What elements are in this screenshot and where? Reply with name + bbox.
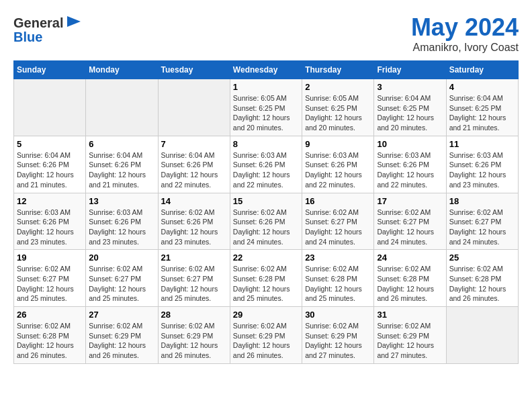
calendar-cell: 17Sunrise: 6:02 AMSunset: 6:27 PMDayligh… [374,193,446,250]
header-row: SundayMondayTuesdayWednesdayThursdayFrid… [14,61,519,79]
calendar-header: SundayMondayTuesdayWednesdayThursdayFrid… [14,61,519,79]
week-row-5: 26Sunrise: 6:02 AMSunset: 6:28 PMDayligh… [14,307,519,364]
day-number: 1 [233,82,299,92]
week-row-4: 19Sunrise: 6:02 AMSunset: 6:27 PMDayligh… [14,250,519,307]
calendar-cell: 19Sunrise: 6:02 AMSunset: 6:27 PMDayligh… [14,250,86,307]
day-info: Sunrise: 6:02 AMSunset: 6:28 PMDaylight:… [305,264,371,304]
header: General Blue May 2024 Amanikro, Ivory Co… [13,13,519,54]
day-info: Sunrise: 6:03 AMSunset: 6:26 PMDaylight:… [449,150,515,190]
logo-flag-icon [64,13,83,32]
calendar-cell: 23Sunrise: 6:02 AMSunset: 6:28 PMDayligh… [302,250,374,307]
day-number: 11 [449,139,515,149]
day-number: 21 [161,253,227,263]
day-info: Sunrise: 6:02 AMSunset: 6:27 PMDaylight:… [89,264,154,304]
calendar-cell: 26Sunrise: 6:02 AMSunset: 6:28 PMDayligh… [14,307,86,364]
day-header-thursday: Thursday [302,61,374,79]
calendar-cell: 31Sunrise: 6:02 AMSunset: 6:29 PMDayligh… [374,307,446,364]
day-info: Sunrise: 6:02 AMSunset: 6:26 PMDaylight:… [161,208,227,247]
subtitle: Amanikro, Ivory Coast [411,42,519,54]
day-info: Sunrise: 6:02 AMSunset: 6:27 PMDaylight:… [377,208,443,247]
calendar-cell: 9Sunrise: 6:03 AMSunset: 6:26 PMDaylight… [302,136,374,193]
day-info: Sunrise: 6:04 AMSunset: 6:26 PMDaylight:… [161,150,227,190]
day-number: 18 [449,196,515,206]
calendar-cell: 27Sunrise: 6:02 AMSunset: 6:29 PMDayligh… [86,307,158,364]
calendar-cell: 15Sunrise: 6:02 AMSunset: 6:26 PMDayligh… [230,193,302,250]
calendar-body: 1Sunrise: 6:05 AMSunset: 6:25 PMDaylight… [14,79,519,364]
day-info: Sunrise: 6:04 AMSunset: 6:25 PMDaylight:… [377,93,443,133]
day-info: Sunrise: 6:02 AMSunset: 6:28 PMDaylight:… [233,264,299,304]
calendar-table: SundayMondayTuesdayWednesdayThursdayFrid… [13,60,519,364]
week-row-1: 1Sunrise: 6:05 AMSunset: 6:25 PMDaylight… [14,79,519,136]
calendar-cell: 8Sunrise: 6:03 AMSunset: 6:26 PMDaylight… [230,136,302,193]
calendar-cell: 18Sunrise: 6:02 AMSunset: 6:27 PMDayligh… [446,193,518,250]
day-header-wednesday: Wednesday [230,61,302,79]
day-info: Sunrise: 6:03 AMSunset: 6:26 PMDaylight:… [233,150,299,190]
calendar-cell: 29Sunrise: 6:02 AMSunset: 6:29 PMDayligh… [230,307,302,364]
calendar-cell: 14Sunrise: 6:02 AMSunset: 6:26 PMDayligh… [158,193,230,250]
day-info: Sunrise: 6:04 AMSunset: 6:26 PMDaylight:… [89,150,154,190]
day-number: 10 [377,139,443,149]
day-number: 3 [377,82,443,92]
day-info: Sunrise: 6:03 AMSunset: 6:26 PMDaylight:… [377,150,443,190]
day-header-tuesday: Tuesday [158,61,230,79]
day-number: 28 [161,310,227,320]
day-number: 7 [161,139,227,149]
day-info: Sunrise: 6:02 AMSunset: 6:28 PMDaylight:… [17,321,83,361]
day-info: Sunrise: 6:02 AMSunset: 6:26 PMDaylight:… [233,208,299,247]
svg-marker-0 [67,16,81,27]
calendar-cell: 5Sunrise: 6:04 AMSunset: 6:26 PMDaylight… [14,136,86,193]
title-area: May 2024 Amanikro, Ivory Coast [411,13,519,54]
day-header-friday: Friday [374,61,446,79]
day-info: Sunrise: 6:02 AMSunset: 6:27 PMDaylight:… [17,264,83,304]
calendar-cell: 22Sunrise: 6:02 AMSunset: 6:28 PMDayligh… [230,250,302,307]
calendar-cell: 4Sunrise: 6:04 AMSunset: 6:25 PMDaylight… [446,79,518,136]
day-number: 26 [17,310,83,320]
calendar-cell [14,79,86,136]
day-info: Sunrise: 6:02 AMSunset: 6:28 PMDaylight:… [449,264,515,304]
day-info: Sunrise: 6:03 AMSunset: 6:26 PMDaylight:… [89,208,154,247]
day-number: 9 [305,139,371,149]
day-header-sunday: Sunday [14,61,86,79]
day-number: 24 [377,253,443,263]
day-number: 12 [17,196,83,206]
day-number: 25 [449,253,515,263]
day-info: Sunrise: 6:02 AMSunset: 6:27 PMDaylight:… [305,208,371,247]
week-row-3: 12Sunrise: 6:03 AMSunset: 6:26 PMDayligh… [14,193,519,250]
calendar-cell: 10Sunrise: 6:03 AMSunset: 6:26 PMDayligh… [374,136,446,193]
calendar-cell [446,307,518,364]
day-info: Sunrise: 6:02 AMSunset: 6:29 PMDaylight:… [89,321,154,361]
calendar-cell [86,79,158,136]
calendar-cell: 16Sunrise: 6:02 AMSunset: 6:27 PMDayligh… [302,193,374,250]
calendar-cell: 12Sunrise: 6:03 AMSunset: 6:26 PMDayligh… [14,193,86,250]
day-number: 4 [449,82,515,92]
day-number: 19 [17,253,83,263]
logo: General Blue [13,13,83,45]
day-info: Sunrise: 6:03 AMSunset: 6:26 PMDaylight:… [305,150,371,190]
day-info: Sunrise: 6:02 AMSunset: 6:28 PMDaylight:… [377,264,443,304]
day-info: Sunrise: 6:03 AMSunset: 6:26 PMDaylight:… [17,208,83,247]
calendar-cell: 13Sunrise: 6:03 AMSunset: 6:26 PMDayligh… [86,193,158,250]
day-info: Sunrise: 6:02 AMSunset: 6:27 PMDaylight:… [449,208,515,247]
day-number: 5 [17,139,83,149]
day-number: 27 [89,310,154,320]
day-number: 16 [305,196,371,206]
day-info: Sunrise: 6:04 AMSunset: 6:25 PMDaylight:… [449,93,515,133]
day-number: 22 [233,253,299,263]
day-number: 14 [161,196,227,206]
day-info: Sunrise: 6:02 AMSunset: 6:29 PMDaylight:… [161,321,227,361]
calendar-cell: 1Sunrise: 6:05 AMSunset: 6:25 PMDaylight… [230,79,302,136]
calendar-cell: 3Sunrise: 6:04 AMSunset: 6:25 PMDaylight… [374,79,446,136]
day-number: 31 [377,310,443,320]
day-number: 8 [233,139,299,149]
day-info: Sunrise: 6:02 AMSunset: 6:29 PMDaylight:… [233,321,299,361]
day-number: 20 [89,253,154,263]
day-header-monday: Monday [86,61,158,79]
day-info: Sunrise: 6:02 AMSunset: 6:29 PMDaylight:… [305,321,371,361]
day-number: 17 [377,196,443,206]
main-title: May 2024 [411,13,519,42]
calendar-cell: 11Sunrise: 6:03 AMSunset: 6:26 PMDayligh… [446,136,518,193]
day-number: 30 [305,310,371,320]
day-info: Sunrise: 6:02 AMSunset: 6:27 PMDaylight:… [161,264,227,304]
day-number: 23 [305,253,371,263]
calendar-cell: 6Sunrise: 6:04 AMSunset: 6:26 PMDaylight… [86,136,158,193]
